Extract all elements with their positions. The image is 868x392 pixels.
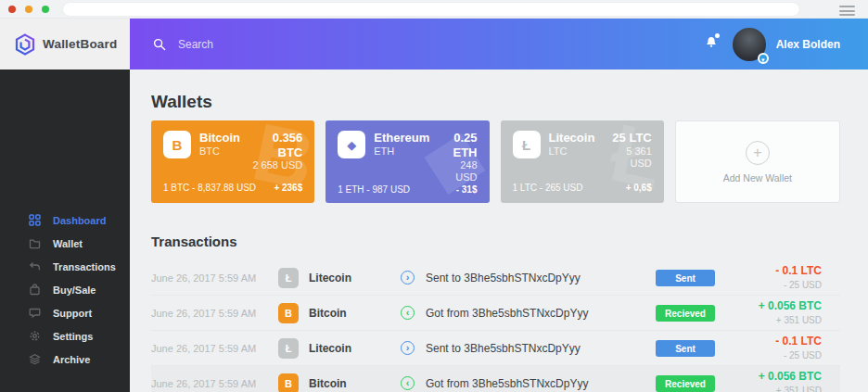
browser-chrome: [0, 0, 868, 19]
transactions-list: June 26, 2017 5:59 AM Ł Litecoin › Sent …: [151, 260, 840, 392]
bitcoin-icon: B: [278, 373, 299, 392]
app-header: ▾ Alex Bolden: [130, 19, 868, 70]
sidebar-item-wallet[interactable]: Wallet: [0, 232, 130, 255]
status-badge: Sent: [656, 270, 715, 286]
coin-name: Bitcoin: [199, 131, 240, 145]
received-arrow-icon: ‹: [401, 306, 415, 320]
status-badge: Sent: [656, 340, 715, 357]
coin-balance: 25 LTC: [603, 131, 651, 145]
coin-rate: 1 BTC - 8,837.88 USD: [163, 183, 256, 193]
litecoin-icon: Ł: [278, 268, 299, 288]
folder-icon: [29, 237, 41, 249]
search-input[interactable]: [176, 37, 380, 52]
chat-icon: [29, 307, 41, 319]
coin-name: Ethereum: [374, 131, 429, 145]
coin-change: - 31$: [456, 184, 478, 195]
sidebar-item-transactions[interactable]: Transactions: [0, 255, 130, 278]
brand: WalletBoard: [0, 19, 130, 70]
coin-balance: 0.25 ETH: [438, 131, 477, 159]
coin-ticker: LTC: [549, 145, 595, 158]
sidebar-item-label: Wallet: [53, 238, 83, 249]
sidebar-item-archive[interactable]: Archive: [0, 348, 130, 371]
tx-description: Sent to 3Bhe5sbhSTNxcDpYyy: [426, 272, 581, 285]
coin-name: Litecoin: [549, 131, 595, 145]
transactions-title: Transactions: [151, 234, 840, 249]
transaction-row[interactable]: June 26, 2017 5:59 AM Ł Litecoin › Sent …: [151, 260, 840, 296]
notification-dot: [715, 33, 720, 38]
tx-description: Got from 3Bhe5sbhSTNxcDpYyy: [426, 307, 588, 320]
tx-amount: + 0.056 BTC: [743, 370, 822, 385]
main-content: Wallets B B Bitcoin BTC 0.356 BTC: [130, 70, 868, 392]
tx-date: June 26, 2017 5:59 AM: [151, 343, 278, 354]
wallets-title: Wallets: [151, 92, 840, 112]
received-arrow-icon: ‹: [401, 376, 415, 390]
gear-icon: [29, 330, 41, 342]
sidebar-item-dashboard[interactable]: Dashboard: [0, 209, 130, 232]
coin-rate: 1 LTC - 265 USD: [513, 183, 583, 193]
tx-amount-usd: - 25 USD: [743, 349, 822, 361]
status-badge: Recieved: [656, 375, 715, 392]
tx-amount-usd: + 351 USD: [743, 314, 822, 326]
avatar[interactable]: ▾: [733, 28, 766, 61]
grid-icon: [29, 214, 41, 226]
tx-description: Sent to 3Bhe5sbhSTNxcDpYyy: [426, 342, 581, 355]
tx-description: Got from 3Bhe5sbhSTNxcDpYyy: [426, 377, 588, 390]
add-new-wallet-button[interactable]: + Add New Wallet: [675, 120, 840, 203]
tx-amount-usd: - 25 USD: [743, 279, 822, 291]
url-bar[interactable]: [63, 3, 799, 16]
litecoin-icon: Ł: [278, 338, 299, 359]
coin-ticker: ETH: [374, 145, 429, 158]
sent-arrow-icon: ›: [401, 271, 415, 285]
transaction-row[interactable]: June 26, 2017 5:59 AM B Bitcoin ‹ Got fr…: [151, 296, 840, 331]
sidebar-nav: Dashboard Wallet Transactions: [0, 209, 130, 371]
tx-amount-usd: + 351 USD: [743, 385, 822, 392]
tx-coin-name: Litecoin: [309, 272, 351, 285]
search-icon: [153, 38, 166, 51]
wallet-card-litecoin[interactable]: Ł Ł Litecoin LTC 25 LTC 5 361 USD: [501, 120, 664, 203]
sidebar-item-label: Archive: [53, 354, 90, 365]
coin-rate: 1 ETH - 987 USD: [338, 184, 410, 195]
sidebar-item-label: Transactions: [53, 261, 116, 272]
wallet-cards: B B Bitcoin BTC 0.356 BTC 2 658 USD: [151, 120, 840, 203]
add-wallet-label: Add New Wallet: [723, 172, 792, 183]
sidebar-item-buy-sale[interactable]: Buy/Sale: [0, 278, 130, 301]
tx-date: June 26, 2017 5:59 AM: [151, 378, 278, 389]
user-name[interactable]: Alex Bolden: [776, 38, 840, 51]
transaction-row[interactable]: June 26, 2017 5:59 AM Ł Litecoin › Sent …: [151, 331, 840, 366]
tx-date: June 26, 2017 5:59 AM: [151, 308, 278, 319]
sent-arrow-icon: ›: [401, 341, 415, 355]
sidebar-item-support[interactable]: Support: [0, 301, 130, 324]
sidebar-item-label: Dashboard: [53, 215, 106, 226]
tx-amount: - 0.1 LTC: [743, 264, 822, 279]
traffic-light-close[interactable]: [8, 6, 16, 13]
tx-coin-name: Bitcoin: [309, 307, 347, 320]
tx-amount: + 0.056 BTC: [743, 299, 822, 314]
plus-icon: +: [746, 141, 770, 165]
litecoin-icon: Ł: [513, 131, 541, 158]
search-bar: [153, 37, 705, 52]
menu-icon[interactable]: [839, 6, 855, 19]
coin-change: + 236$: [274, 183, 302, 193]
chevron-down-icon: ▾: [758, 53, 769, 64]
layers-icon: [29, 353, 41, 365]
wallet-card-ethereum[interactable]: ◆ ◆ Ethereum ETH 0.25 ETH 248 USD: [326, 120, 489, 203]
sidebar-item-label: Support: [53, 308, 92, 319]
traffic-light-zoom[interactable]: [42, 6, 49, 13]
tx-coin-name: Bitcoin: [309, 377, 347, 390]
coin-change: + 0,6$: [626, 183, 652, 193]
sidebar: WalletBoard Dashboard Wallet: [0, 19, 130, 392]
tx-date: June 26, 2017 5:59 AM: [151, 272, 278, 284]
sidebar-item-label: Settings: [53, 331, 93, 342]
bitcoin-icon: B: [278, 303, 299, 323]
user-area: ▾ Alex Bolden: [705, 28, 840, 61]
bitcoin-icon: B: [163, 131, 191, 158]
browser-window: WalletBoard Dashboard Wallet: [0, 0, 868, 392]
transaction-row[interactable]: June 26, 2017 5:59 AM B Bitcoin ‹ Got fr…: [151, 366, 840, 392]
wallet-card-bitcoin[interactable]: B B Bitcoin BTC 0.356 BTC 2 658 USD: [151, 120, 314, 203]
coin-balance-usd: 5 361 USD: [603, 145, 651, 170]
notifications-bell-icon[interactable]: [705, 35, 718, 53]
sidebar-item-settings[interactable]: Settings: [0, 324, 130, 348]
sidebar-item-label: Buy/Sale: [53, 285, 96, 296]
traffic-light-minimize[interactable]: [25, 6, 32, 13]
coin-balance: 0.356 BTC: [249, 131, 302, 159]
